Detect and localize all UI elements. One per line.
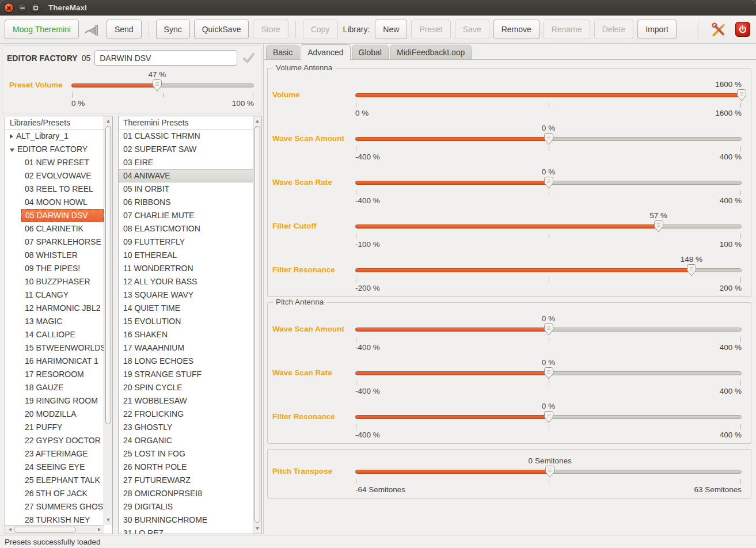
library-preset-item[interactable]: 04 MOON HOWL — [21, 196, 104, 209]
library-preset-item[interactable]: 13 MAGIC — [21, 315, 104, 328]
scroll-down-button[interactable] — [253, 524, 261, 533]
theremini-preset-item[interactable]: 25 LOST IN FOG — [119, 447, 253, 461]
toolbar-button-remove[interactable]: Remove — [493, 20, 540, 39]
theremini-preset-item[interactable]: 10 ETHEREAL — [119, 249, 253, 262]
libraries-horizontal-scrollbar[interactable] — [5, 525, 104, 534]
theremini-preset-item[interactable]: 12 ALL YOUR BASS — [119, 275, 253, 288]
theremini-preset-item[interactable]: 05 IN ORBIT — [119, 182, 253, 196]
library-preset-item[interactable]: 23 AFTERIMAGE — [21, 447, 104, 461]
slider-thumb[interactable] — [544, 177, 553, 189]
library-preset-item[interactable]: 17 RESOROOM — [21, 368, 104, 381]
preset-name-input[interactable] — [94, 50, 237, 66]
slider-thumb[interactable] — [544, 324, 553, 336]
library-item[interactable]: EDITOR FACTORY — [5, 143, 104, 156]
toolbar-button-send[interactable]: Send — [107, 20, 142, 39]
library-preset-item[interactable]: 28 TURKISH NEY — [21, 513, 104, 525]
library-preset-item[interactable]: 02 EVOLVOWAVE — [21, 169, 104, 182]
apply-check-icon[interactable] — [241, 52, 256, 64]
collapse-arrow-icon[interactable] — [10, 149, 14, 152]
tab-midifeedbackloop[interactable]: MidiFeedbackLoop — [390, 45, 472, 59]
tab-global[interactable]: Global — [352, 45, 389, 59]
scroll-up-button[interactable] — [104, 117, 112, 125]
theremini-preset-item[interactable]: 22 FROLICKING — [119, 408, 253, 421]
theremini-preset-item[interactable]: 09 FLUTTERFLY — [119, 235, 253, 249]
library-preset-item[interactable]: 05 DARWIN DSV — [21, 209, 104, 222]
library-preset-item[interactable]: 24 SEEING EYE — [21, 461, 104, 474]
library-preset-item[interactable]: 16 HARIMONICAT 1 — [21, 355, 104, 368]
scroll-up-button[interactable] — [253, 117, 261, 125]
theremini-preset-item[interactable]: 13 SQUARE WAVY — [119, 288, 253, 302]
theremini-preset-item[interactable]: 19 STRANGE STUFF — [119, 368, 253, 381]
slider-thumb[interactable] — [737, 89, 746, 101]
slider-track[interactable] — [71, 83, 254, 87]
library-preset-item[interactable]: 25 ELEPHANT TALK — [21, 474, 104, 487]
library-preset-item[interactable]: 19 RINGING ROOM — [21, 394, 104, 408]
scrollbar-thumb[interactable] — [254, 126, 260, 523]
maximize-button[interactable] — [31, 3, 40, 13]
toolbar-button-new[interactable]: New — [375, 20, 407, 39]
library-preset-item[interactable]: 03 REEL TO REEL — [21, 182, 104, 196]
theremini-preset-item[interactable]: 27 FUTUREWARZ — [119, 474, 253, 487]
slider-track[interactable] — [355, 93, 742, 97]
slider-thumb[interactable] — [654, 220, 663, 233]
theremini-preset-item[interactable]: 20 SPIN CYCLE — [119, 381, 253, 394]
library-preset-item[interactable]: 06 CLARINETIK — [21, 222, 104, 235]
theremini-preset-item[interactable]: 23 GHOSTLY — [119, 421, 253, 434]
library-preset-item[interactable]: 01 NEW PRESET — [21, 156, 104, 169]
library-preset-item[interactable]: 15 BTWEENWORLDS — [21, 341, 104, 355]
library-item[interactable]: ALT_Library_1 — [5, 130, 104, 143]
theremini-preset-item[interactable]: 29 DIGITALIS — [119, 500, 253, 513]
toolbar-button-import[interactable]: Import — [637, 20, 677, 39]
slider-thumb[interactable] — [544, 411, 553, 423]
slider-thumb[interactable] — [545, 466, 554, 478]
library-preset-item[interactable]: 27 SUMMERS GHOST — [21, 500, 104, 513]
library-preset-item[interactable]: 14 CALLIOPE — [21, 328, 104, 341]
library-preset-item[interactable]: 09 THE PIPES! — [21, 262, 104, 275]
library-preset-item[interactable]: 18 GAUZE — [21, 381, 104, 394]
library-preset-item[interactable]: 26 5TH OF JACK — [21, 487, 104, 500]
theremini-preset-item[interactable]: 17 WAAAHNIUM — [119, 341, 253, 355]
theremini-preset-item[interactable]: 24 ORGANIC — [119, 434, 253, 447]
tab-basic[interactable]: Basic — [266, 45, 299, 59]
theremini-preset-item[interactable]: 02 SUPERFAT SAW — [119, 143, 253, 156]
library-preset-item[interactable]: 21 PUFFY — [21, 421, 104, 434]
theremini-preset-item[interactable]: 26 NORTH POLE — [119, 461, 253, 474]
scrollbar-thumb[interactable] — [105, 126, 111, 424]
scrollbar-thumb[interactable] — [14, 527, 76, 532]
scroll-right-button[interactable] — [95, 526, 103, 534]
close-button[interactable] — [4, 3, 14, 13]
library-preset-item[interactable]: 10 BUZZPHASER — [21, 275, 104, 288]
toolbar-button-sync[interactable]: Sync — [156, 20, 190, 39]
theremini-preset-item[interactable]: 28 OMICRONPRSEI8 — [119, 487, 253, 500]
tab-advanced[interactable]: Advanced — [301, 44, 350, 60]
theremini-vertical-scrollbar[interactable] — [253, 116, 261, 534]
library-preset-item[interactable]: 07 SPARKLEHORSE — [21, 235, 104, 249]
slider-thumb[interactable] — [687, 264, 696, 276]
minimize-button[interactable] — [17, 3, 27, 13]
slider-track[interactable] — [355, 224, 742, 229]
library-preset-item[interactable]: 08 WHISTLER — [21, 249, 104, 262]
theremini-preset-item[interactable]: 01 CLASSIC THRMN — [119, 130, 253, 143]
connect-icon[interactable] — [84, 23, 101, 36]
slider-thumb[interactable] — [544, 367, 553, 379]
theremini-preset-item[interactable]: 07 CHARLIE MUTE — [119, 209, 253, 222]
theremini-preset-item[interactable]: 21 WOBBLESAW — [119, 394, 253, 408]
library-preset-item[interactable]: 22 GYPSY DOCTOR — [21, 434, 104, 447]
theremini-preset-item[interactable]: 30 BURNINGCHROME — [119, 513, 253, 527]
expand-arrow-icon[interactable] — [10, 134, 13, 139]
library-preset-item[interactable]: 11 CLANGY — [21, 288, 104, 302]
library-preset-item[interactable]: 20 MODZILLA — [21, 408, 104, 421]
theremini-preset-item[interactable]: 16 SHAKEN — [119, 328, 253, 341]
slider-thumb[interactable] — [544, 133, 553, 145]
theremini-preset-item[interactable]: 15 EVOLUTION — [119, 315, 253, 328]
theremini-preset-item[interactable]: 31 LO REZ — [119, 527, 253, 534]
theremini-preset-item[interactable]: 18 LONG ECHOES — [119, 355, 253, 368]
theremini-preset-item[interactable]: 06 RIBBONS — [119, 196, 253, 209]
theremini-preset-item[interactable]: 08 ELASTICMOTION — [119, 222, 253, 235]
libraries-vertical-scrollbar[interactable] — [104, 116, 112, 525]
toolbar-button-quicksave[interactable]: QuickSave — [194, 20, 249, 39]
scroll-left-button[interactable] — [6, 526, 14, 534]
theremini-preset-item[interactable]: 14 QUIET TIME — [119, 302, 253, 315]
toolbar-button-moog-theremini[interactable]: Moog Theremini — [5, 20, 79, 39]
theremini-preset-item[interactable]: 11 WONDERTRON — [119, 262, 253, 275]
